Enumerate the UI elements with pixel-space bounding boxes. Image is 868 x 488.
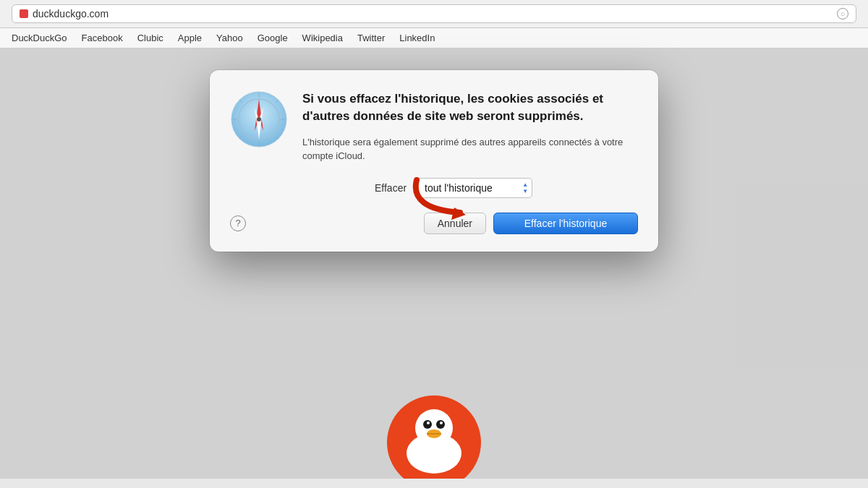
bookmark-duckduckgo[interactable]: DuckDuckGo (12, 33, 67, 43)
modal-text-area: Si vous effacez l'historique, les cookie… (302, 90, 638, 198)
modal-controls: Effacer tout l'historique la dernière he… (302, 178, 638, 198)
reload-icon[interactable]: ○ (837, 8, 848, 20)
history-select-wrapper: tout l'historique la dernière heure aujo… (417, 178, 532, 198)
cancel-button[interactable]: Annuler (424, 213, 486, 234)
bookmark-twitter[interactable]: Twitter (357, 33, 385, 43)
bookmark-linkedin[interactable]: LinkedIn (399, 33, 435, 43)
history-period-select[interactable]: tout l'historique la dernière heure aujo… (417, 178, 532, 198)
svg-point-18 (436, 420, 445, 429)
bookmark-clubic[interactable]: Clubic (137, 33, 163, 43)
svg-point-16 (415, 409, 453, 447)
svg-point-19 (427, 421, 430, 424)
clear-history-dialog: Si vous effacez l'historique, les cookie… (210, 70, 658, 252)
browser-url-bar: duckduckgo.com ○ (0, 0, 868, 28)
help-button[interactable]: ? (230, 215, 246, 231)
effacer-label: Effacer (375, 182, 407, 194)
bookmark-wikipedia[interactable]: Wikipedia (302, 33, 343, 43)
bookmarks-bar: DuckDuckGo Facebook Clubic Apple Yahoo G… (0, 28, 868, 48)
modal-subtitle: L'historique sera également supprimé des… (302, 135, 638, 163)
svg-point-12 (257, 117, 261, 121)
bookmark-yahoo[interactable]: Yahoo (216, 33, 243, 43)
clear-history-button[interactable]: Effacer l'historique (493, 213, 638, 234)
url-text: duckduckgo.com (33, 8, 109, 20)
bookmark-google[interactable]: Google (258, 33, 288, 43)
favicon-icon (20, 9, 28, 18)
modal-title: Si vous effacez l'historique, les cookie… (302, 90, 638, 125)
modal-body: Si vous effacez l'historique, les cookie… (230, 90, 638, 198)
safari-icon (230, 90, 288, 151)
duckduckgo-mascot (362, 370, 506, 479)
url-input[interactable]: duckduckgo.com ○ (12, 4, 856, 23)
action-buttons: Annuler Effacer l'historique (424, 213, 638, 234)
svg-point-17 (423, 420, 432, 429)
bookmark-facebook[interactable]: Facebook (82, 33, 123, 43)
main-content: Si vous effacez l'historique, les cookie… (0, 48, 868, 479)
modal-footer: ? Annuler Effacer l'historique (230, 213, 638, 234)
svg-point-20 (440, 421, 443, 424)
bookmark-apple[interactable]: Apple (178, 33, 202, 43)
